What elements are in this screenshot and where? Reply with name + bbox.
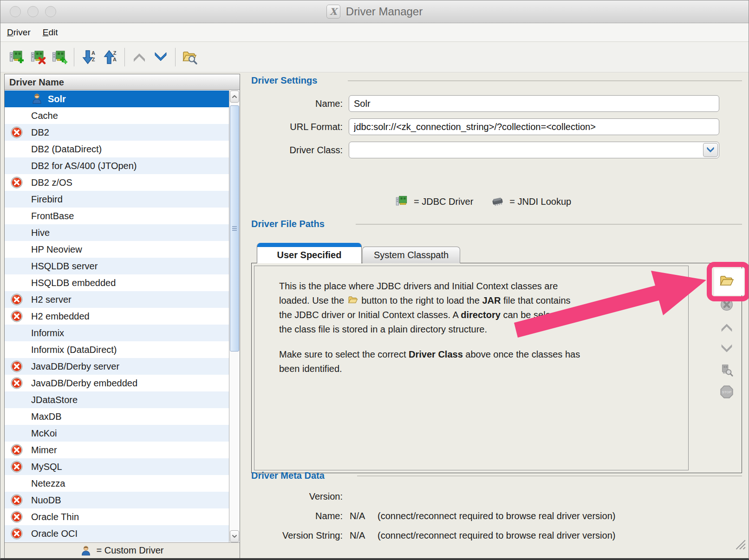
driver-name-label: Oracle OCI [31,528,78,539]
active-tab-accent [257,243,361,247]
driver-name-label: H2 server [31,294,72,305]
sort-ascending-button[interactable]: ZA [99,46,121,68]
driver-error-icon [10,293,23,306]
stop-gray-icon: STOP [719,384,734,399]
driver-list-item[interactable]: DB2 (DataDirect) [5,141,229,157]
driver-list-item[interactable]: Informix (DataDirect) [5,341,229,358]
driver-name-label: Informix [31,328,64,338]
custom-driver-legend: = Custom Driver [5,542,240,558]
driver-list-item[interactable]: HSQLDB server [5,258,229,274]
menu-item-driver[interactable]: Driver [7,27,31,38]
driver-list-scrollbar[interactable] [229,91,240,542]
driver-name-label: HP Neoview [31,244,82,254]
remove-driver-button[interactable] [27,46,49,68]
move-down-button[interactable] [150,46,171,68]
driver-list-item[interactable]: Firebird [5,191,229,208]
svg-text:A: A [113,57,117,62]
driver-list-item[interactable]: JavaDB/Derby embedded [5,375,229,391]
driver-name-label: H2 embedded [31,311,90,321]
sort-descending-icon: AZ [81,49,97,65]
driver-list-item[interactable]: HSQLDB embedded [5,274,229,291]
meta-row-note: (connect/reconnect required to browse re… [378,530,615,541]
driver-name-label: Oracle Thin [31,512,79,522]
meta-row-value: N/A [350,511,365,521]
legend-label: = JNDI Lookup [509,196,571,207]
driver-list-item[interactable]: Informix [5,325,229,341]
driver-list-item[interactable]: McKoi [5,425,229,442]
driver-name-label: Firebird [31,194,63,204]
driver-list-item[interactable]: HP Neoview [5,241,229,258]
find-driver-button[interactable] [179,46,201,68]
driver-class-dropdown-button[interactable] [703,143,718,157]
driver-list-item[interactable]: Solr [5,91,229,107]
driver-list-item[interactable]: Cache [5,107,229,124]
info-paragraph: Make sure to select the correct Driver C… [279,347,683,376]
menubar: DriverEdit [0,23,749,42]
legend-item: = JDBC Driver [395,195,473,208]
driver-name-label: Netezza [31,478,65,488]
legend-item: = JNDI Lookup [491,195,571,208]
driver-name-label: Solr [48,94,66,104]
driver-card-copy-icon [52,49,67,65]
driver-error-icon [10,494,23,507]
url-format-field[interactable] [349,118,719,135]
driver-list-item[interactable]: MySQL [5,458,229,475]
menu-item-edit[interactable]: Edit [43,27,58,38]
copy-driver-button[interactable] [49,46,70,68]
driver-list-item[interactable]: H2 embedded [5,308,229,325]
driver-list-item[interactable]: DB2 for AS/400 (JTOpen) [5,157,229,174]
driver-error-icon [10,443,23,456]
create-driver-button[interactable] [6,46,27,68]
driver-name-label: Cache [31,111,58,121]
sort-descending-button[interactable]: AZ [78,46,99,68]
driver-settings-title: Driver Settings [251,75,317,86]
custom-driver-person-icon [80,545,91,556]
driver-list-item[interactable]: JDataStore [5,391,229,408]
driver-list-item[interactable]: FrontBase [5,208,229,224]
meta-row-value: N/A [350,530,365,541]
tab-user-specified[interactable]: User Specified [257,243,362,263]
custom-driver-icon [31,93,43,104]
driver-list-panel: Driver Name SolrCacheDB2DB2 (DataDirect)… [4,74,240,559]
driver-list-header: Driver Name [5,74,240,90]
driver-error-icon [10,360,23,373]
driver-meta-data-title: Driver Meta Data [251,470,325,481]
driver-list-item[interactable]: DB2 z/OS [5,174,229,191]
driver-list-item[interactable]: H2 server [5,291,229,308]
driver-list-item[interactable]: NuoDB [5,492,229,508]
meta-row-label: Name: [250,511,343,521]
driver-list-item[interactable]: MaxDB [5,408,229,425]
tab-system-classpath[interactable]: System Classpath [362,247,460,263]
svg-text:Z: Z [92,57,95,62]
custom-driver-legend-label: = Custom Driver [96,545,163,556]
driver-list-item[interactable]: DB2 [5,124,229,141]
driver-list-item[interactable]: Hive [5,224,229,241]
chevron-up-gray-icon [131,49,147,65]
driver-list-item[interactable]: JavaDB/Derby server [5,358,229,375]
driver-name-label: DB2 for AS/400 (JTOpen) [31,161,137,171]
driver-class-field[interactable] [349,142,719,158]
meta-row-label: Version: [250,491,343,502]
scrollbar-grip [232,226,237,231]
name-field[interactable] [349,95,719,112]
svg-text:Z: Z [113,50,117,56]
scrollbar-thumb[interactable] [230,105,239,352]
driver-list-item[interactable]: Mimer [5,442,229,458]
scroll-up-button[interactable] [230,91,239,103]
driver-name-label: Mimer [31,445,57,455]
window-title: Driver Manager [346,5,423,18]
chevron-down-icon [706,145,715,155]
driver-list-item[interactable]: Oracle OCI [5,525,229,542]
resize-grip[interactable] [733,537,746,550]
name-label: Name: [250,98,343,109]
driver-list-item[interactable]: Oracle Thin [5,508,229,525]
driver-file-paths-rule [356,224,742,225]
window-icon: X [326,5,340,19]
meta-row-note: (connect/reconnect required to browse re… [378,511,615,521]
driver-name-label: HSQLDB embedded [31,278,116,288]
find-driver-class-button [718,362,735,379]
driver-error-icon [10,527,23,540]
driver-class-combo [349,142,719,158]
driver-list-item[interactable]: Netezza [5,475,229,492]
scroll-down-button[interactable] [230,530,239,542]
